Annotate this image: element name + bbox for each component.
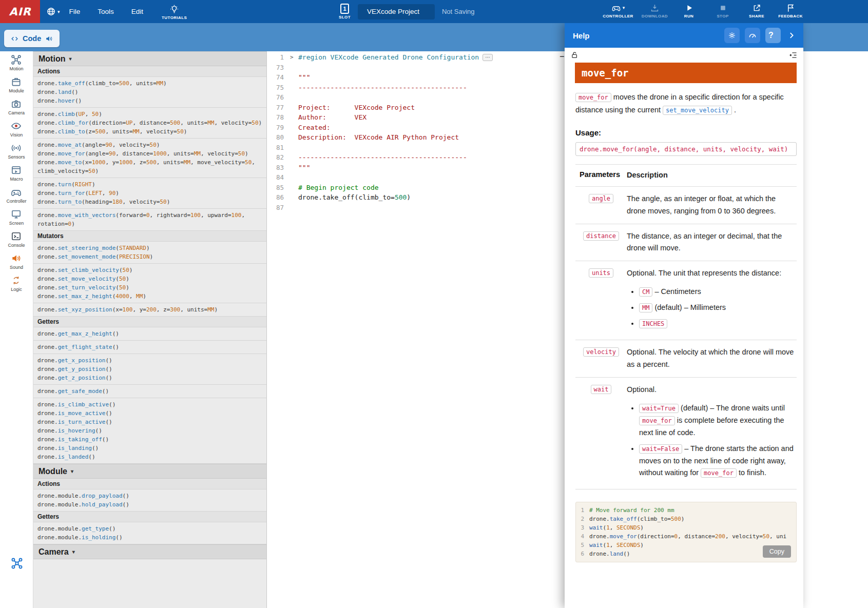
command-cluster: drone.is_climb_active()drone.is_move_act… bbox=[33, 398, 266, 464]
project-name[interactable]: VEXcode Project bbox=[358, 4, 435, 19]
unlock-icon[interactable] bbox=[570, 51, 579, 60]
slot-number: 1 bbox=[343, 6, 346, 12]
rail-item-controller[interactable]: Controller bbox=[6, 186, 26, 204]
rail-item-module[interactable]: Module bbox=[9, 76, 24, 93]
rail-item-logic[interactable]: Logic bbox=[10, 274, 23, 292]
command-climb_for[interactable]: drone.climb_for(direction=UP, distance=5… bbox=[33, 119, 266, 127]
command-cluster: drone.move_with_vectors(forward=0, right… bbox=[33, 209, 266, 231]
rail-item-macro[interactable]: Macro bbox=[10, 164, 23, 182]
param-chip-angle: angle bbox=[589, 194, 613, 203]
command-is_landing[interactable]: drone.is_landing() bbox=[33, 444, 266, 453]
caret-down-icon: ▾ bbox=[71, 468, 73, 474]
param-description: Optional. The unit that represents the d… bbox=[627, 267, 797, 334]
command-drop_payload[interactable]: drone.module.drop_payload() bbox=[33, 492, 266, 500]
command-is_climb_active[interactable]: drone.is_climb_active() bbox=[33, 400, 266, 409]
parameters-table-header: Parameters Description bbox=[575, 165, 797, 187]
palette-section-module[interactable]: Module▾ bbox=[33, 464, 266, 479]
chevron-right-button[interactable] bbox=[786, 28, 797, 43]
motion-icon bbox=[10, 54, 23, 66]
speaker-icon[interactable] bbox=[45, 34, 53, 43]
slot-selector[interactable]: 1 SLOT bbox=[339, 4, 351, 19]
command-cluster: drone.module.drop_payload()drone.module.… bbox=[33, 489, 266, 512]
command-climb_to[interactable]: drone.climb_to(z=500, units=MM, velocity… bbox=[33, 127, 266, 136]
command-get_safe_mode[interactable]: drone.get_safe_mode() bbox=[33, 387, 266, 396]
command-hold_payload[interactable]: drone.module.hold_payload() bbox=[33, 500, 266, 509]
rail-item-camera[interactable]: Camera bbox=[8, 98, 25, 115]
command-move_to[interactable]: drone.move_to(x=1000, y=1000, z=500, uni… bbox=[33, 158, 266, 175]
run-icon bbox=[684, 3, 694, 13]
rail-item-sound[interactable]: Sound bbox=[10, 252, 23, 270]
run-button[interactable]: RUN bbox=[676, 3, 702, 18]
example-line-number: 5 bbox=[576, 541, 589, 550]
command-get_y_position[interactable]: drone.get_y_position() bbox=[33, 365, 266, 374]
download-button[interactable]: DOWNLOAD bbox=[642, 3, 668, 18]
gauge-button[interactable] bbox=[745, 28, 760, 43]
controller-button[interactable]: ▾CONTROLLER bbox=[603, 3, 633, 18]
command-is_holding[interactable]: drone.module.is_holding() bbox=[33, 533, 266, 542]
rail-label: Vision bbox=[10, 132, 23, 138]
description-bullet: wait=True (default) – The drone waits un… bbox=[639, 402, 795, 439]
action-label: RUN bbox=[684, 14, 694, 18]
command-set_climb_velocity[interactable]: drone.set_climb_velocity(50) bbox=[33, 266, 266, 274]
caret-down-icon[interactable]: ▾ bbox=[623, 5, 625, 10]
tutorials-button[interactable]: TUTORIALS bbox=[162, 4, 187, 20]
command-get_max_z_height[interactable]: drone.get_max_z_height() bbox=[33, 329, 266, 338]
command-turn[interactable]: drone.turn(RIGHT) bbox=[33, 180, 266, 189]
command-is_taking_off[interactable]: drone.is_taking_off() bbox=[33, 435, 266, 444]
palette-section-motion[interactable]: Motion▾ bbox=[33, 51, 266, 66]
language-menu[interactable]: ▾ bbox=[46, 7, 60, 16]
rail-item-sensors[interactable]: Sensors bbox=[8, 142, 25, 160]
example-code: drone.move_for(direction=0, distance=200… bbox=[589, 532, 786, 541]
command-turn_to[interactable]: drone.turn_to(heading=180, velocity=50) bbox=[33, 198, 266, 206]
line-number: 73 bbox=[267, 63, 290, 73]
command-land[interactable]: drone.land() bbox=[33, 88, 266, 96]
rail-footer[interactable] bbox=[0, 557, 33, 570]
menu-tools[interactable]: Tools bbox=[98, 8, 114, 15]
menu-edit[interactable]: Edit bbox=[131, 8, 143, 15]
feedback-button[interactable]: FEEDBACK bbox=[778, 3, 803, 18]
tutorials-label: TUTORIALS bbox=[162, 15, 187, 20]
copy-button[interactable]: Copy bbox=[763, 545, 791, 558]
question-button[interactable]: ? bbox=[765, 28, 781, 43]
command-is_landed[interactable]: drone.is_landed() bbox=[33, 453, 266, 461]
rail-item-vision[interactable]: Vision bbox=[10, 120, 23, 138]
command-get_type[interactable]: drone.module.get_type() bbox=[33, 524, 266, 533]
fold-arrow-icon[interactable]: > bbox=[290, 52, 298, 63]
outdent-icon[interactable] bbox=[789, 51, 798, 60]
rail-item-console[interactable]: Console bbox=[8, 230, 25, 248]
command-turn_for[interactable]: drone.turn_for(LEFT, 90) bbox=[33, 189, 266, 198]
share-button[interactable]: SHARE bbox=[744, 3, 769, 18]
command-move_for[interactable]: drone.move_for(angle=90, distance=1000, … bbox=[33, 149, 266, 158]
rail-item-screen[interactable]: Screen bbox=[9, 208, 24, 226]
code-link-set_move_velocity[interactable]: set_move_velocity bbox=[663, 106, 732, 115]
command-hover[interactable]: drone.hover() bbox=[33, 96, 266, 105]
command-is_move_active[interactable]: drone.is_move_active() bbox=[33, 409, 266, 418]
palette-section-camera[interactable]: Camera▾ bbox=[33, 544, 266, 559]
stop-button[interactable]: STOP bbox=[710, 3, 736, 18]
command-move_with_vectors[interactable]: drone.move_with_vectors(forward=0, right… bbox=[33, 211, 266, 228]
command-set_move_velocity[interactable]: drone.set_move_velocity(50) bbox=[33, 274, 266, 283]
command-get_z_position[interactable]: drone.get_z_position() bbox=[33, 374, 266, 382]
download-icon bbox=[650, 3, 660, 13]
command-is_hovering[interactable]: drone.is_hovering() bbox=[33, 426, 266, 435]
action-label: SHARE bbox=[749, 14, 764, 18]
slot-icon: 1 bbox=[340, 4, 349, 14]
gear-button[interactable] bbox=[724, 28, 740, 43]
palette-group-actions: Actions bbox=[33, 479, 266, 489]
command-climb[interactable]: drone.climb(UP, 50) bbox=[33, 110, 266, 119]
command-is_turn_active[interactable]: drone.is_turn_active() bbox=[33, 418, 266, 426]
command-set_xyz_position[interactable]: drone.set_xyz_position(x=100, y=200, z=3… bbox=[33, 305, 266, 314]
command-set_movement_mode[interactable]: drone.set_movement_mode(PRECISION) bbox=[33, 252, 266, 261]
command-get_x_position[interactable]: drone.get_x_position() bbox=[33, 356, 266, 365]
code-tab[interactable]: Code bbox=[4, 30, 60, 47]
command-cluster: drone.module.get_type()drone.module.is_h… bbox=[33, 522, 266, 544]
command-get_flight_state[interactable]: drone.get_flight_state() bbox=[33, 343, 266, 351]
command-set_steering_mode[interactable]: drone.set_steering_mode(STANDARD) bbox=[33, 244, 266, 252]
command-move_at[interactable]: drone.move_at(angle=90, velocity=50) bbox=[33, 141, 266, 149]
folded-region-ellipsis[interactable]: ⋯ bbox=[483, 54, 493, 61]
command-take_off[interactable]: drone.take_off(climb_to=500, units=MM) bbox=[33, 79, 266, 88]
menu-file[interactable]: File bbox=[69, 8, 81, 15]
command-set_turn_velocity[interactable]: drone.set_turn_velocity(50) bbox=[33, 283, 266, 292]
rail-item-motion[interactable]: Motion bbox=[9, 54, 23, 71]
command-set_max_z_height[interactable]: drone.set_max_z_height(4000, MM) bbox=[33, 292, 266, 301]
